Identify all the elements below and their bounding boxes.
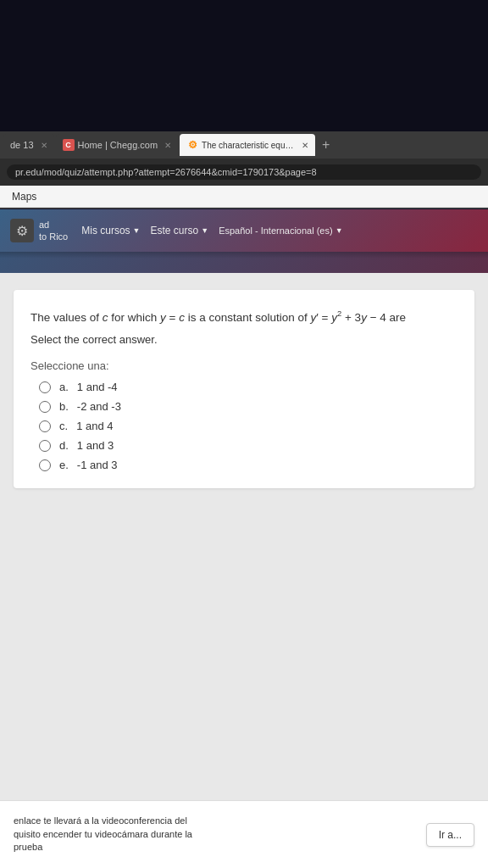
option-d-label: d.: [59, 439, 69, 452]
nav-mis-cursos-arrow: ▼: [133, 226, 141, 235]
option-b[interactable]: b. -2 and -3: [39, 400, 458, 413]
nav-este-curso-label: Este curso: [151, 225, 199, 236]
nav-logo: ⚙ adto Rico: [10, 219, 68, 243]
tab-bar: de 13 ✕ C Home | Chegg.com ✕ ⚙ The chara…: [0, 131, 488, 159]
tab-characteristic-label: The characteristic equation of is: [202, 141, 295, 150]
moodle-nav: ⚙ adto Rico Mis cursos ▼ Este curso ▼ Es…: [0, 209, 488, 252]
nav-este-curso[interactable]: Este curso ▼: [151, 225, 209, 236]
c-variable: c: [103, 311, 108, 324]
option-e-text: -1 and 3: [77, 459, 118, 471]
radio-a[interactable]: [39, 381, 51, 393]
answer-options: a. 1 and -4 b. -2 and -3 c. 1 and 4 d. 1…: [39, 381, 458, 471]
tab-de13-label: de 13: [10, 140, 34, 150]
url-text: pr.edu/mod/quiz/attempt.php?attempt=2676…: [15, 167, 317, 177]
eq-y: y: [331, 311, 337, 324]
option-a-label: a.: [59, 381, 69, 393]
characteristic-favicon: ⚙: [186, 139, 198, 151]
bookmark-maps[interactable]: Maps: [7, 189, 42, 204]
nav-logo-text: adto Rico: [39, 219, 68, 243]
c-value: c: [179, 311, 185, 324]
notification-line2: quisito encender tu videocámara durante …: [14, 829, 192, 839]
nav-gear-icon: ⚙: [10, 219, 34, 242]
address-bar[interactable]: pr.edu/mod/quiz/attempt.php?attempt=2676…: [7, 164, 481, 180]
notification-bar: enlace te llevará a la videoconferencia …: [0, 800, 488, 868]
quiz-card: The values of c for which y = c is a con…: [14, 290, 474, 488]
dark-background-area: [0, 0, 488, 131]
tab-chegg[interactable]: C Home | Chegg.com ✕: [56, 134, 179, 156]
radio-c[interactable]: [39, 420, 51, 432]
ir-a-button[interactable]: Ir a...: [426, 823, 474, 847]
gear-symbol: ⚙: [16, 223, 28, 239]
nav-este-curso-arrow: ▼: [201, 226, 208, 235]
option-d-text: 1 and 3: [77, 439, 114, 452]
radio-b[interactable]: [39, 401, 51, 413]
option-a-text: 1 and -4: [77, 381, 118, 393]
page-content-area: The values of c for which y = c is a con…: [0, 273, 488, 800]
option-e[interactable]: e. -1 and 3: [39, 459, 458, 471]
option-c-text: 1 and 4: [76, 420, 113, 432]
notification-text: enlace te llevará a la videoconferencia …: [14, 815, 413, 854]
option-b-label: b.: [59, 400, 69, 413]
equation: y: [311, 311, 317, 324]
option-b-text: -2 and -3: [77, 400, 121, 413]
option-d[interactable]: d. 1 and 3: [39, 439, 458, 452]
notification-line3: prueba: [14, 842, 42, 852]
address-bar-row: pr.edu/mod/quiz/attempt.php?attempt=2676…: [0, 159, 488, 186]
notification-line1: enlace te llevará a la videoconferencia …: [14, 815, 187, 826]
tab-chegg-close[interactable]: ✕: [164, 141, 171, 150]
eq-y2: y: [361, 311, 367, 324]
nav-espanol-label: Español - Internacional (es): [219, 225, 333, 236]
option-e-label: e.: [59, 459, 69, 471]
new-tab-button[interactable]: +: [317, 137, 335, 153]
tab-chegg-label: Home | Chegg.com: [78, 140, 158, 150]
option-c[interactable]: c. 1 and 4: [39, 420, 458, 432]
nav-espanol[interactable]: Español - Internacional (es) ▼: [219, 225, 342, 236]
browser-chrome: de 13 ✕ C Home | Chegg.com ✕ ⚙ The chara…: [0, 131, 488, 209]
radio-d[interactable]: [39, 440, 51, 452]
question-text: The values of c for which y = c is a con…: [30, 307, 458, 326]
option-a[interactable]: a. 1 and -4: [39, 381, 458, 393]
tab-characteristic[interactable]: ⚙ The characteristic equation of is ✕: [180, 134, 315, 156]
y-equals-c: y: [160, 311, 166, 324]
bookmarks-bar: Maps: [0, 186, 488, 208]
seleccione-label: Seleccione una:: [30, 359, 458, 372]
select-answer-instruction: Select the correct answer.: [30, 333, 458, 346]
nav-espanol-arrow: ▼: [336, 226, 343, 235]
tab-de13-close[interactable]: ✕: [41, 141, 47, 150]
tab-de13[interactable]: de 13 ✕: [3, 134, 54, 156]
nav-mis-cursos-label: Mis cursos: [81, 225, 130, 236]
option-c-label: c.: [59, 420, 68, 432]
nav-menu: Mis cursos ▼ Este curso ▼ Español - Inte…: [81, 225, 478, 236]
chegg-favicon: C: [63, 139, 75, 151]
nav-mis-cursos[interactable]: Mis cursos ▼: [81, 225, 140, 236]
radio-e[interactable]: [39, 459, 51, 471]
tab-characteristic-close[interactable]: ✕: [302, 141, 308, 150]
